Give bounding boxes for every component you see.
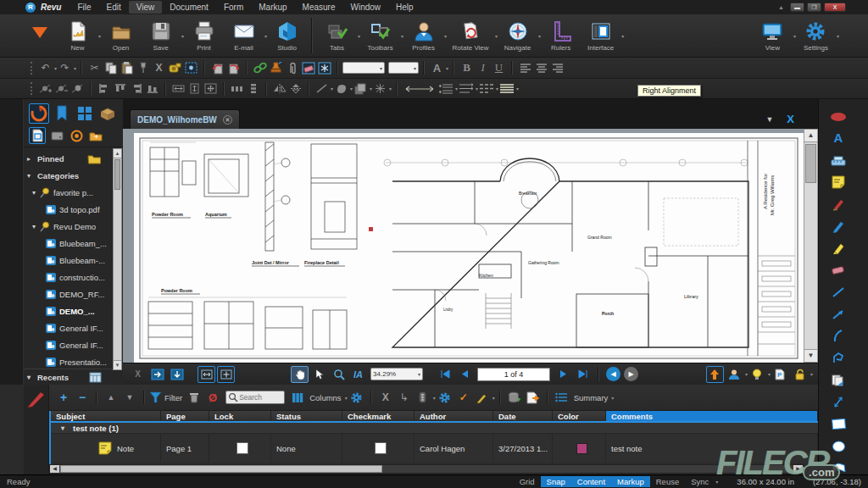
- toggle-sync[interactable]: Sync: [685, 476, 715, 487]
- zoom-tool-button[interactable]: [330, 366, 348, 383]
- sidebar-scrollbar[interactable]: ▲ ▼: [113, 148, 122, 370]
- list-tools-caret-icon[interactable]: ▾: [516, 86, 519, 92]
- navigate-button[interactable]: Navigate: [498, 19, 537, 52]
- search-input[interactable]: [239, 393, 283, 402]
- pen-tool[interactable]: [830, 196, 847, 212]
- hatch-caret-icon[interactable]: ▾: [389, 86, 392, 92]
- drives-subtab[interactable]: [48, 127, 65, 144]
- column-header-checkmark[interactable]: Checkmark: [342, 411, 415, 421]
- delete-button[interactable]: X: [152, 60, 166, 75]
- status-caret-icon[interactable]: ▾: [433, 395, 436, 401]
- menu-markup[interactable]: Markup: [251, 1, 294, 14]
- studio-button[interactable]: Studio: [267, 19, 307, 52]
- table-row[interactable]: Note Page 1 None Carol Hagen 3/27/2013 1…: [51, 434, 818, 463]
- layers-button[interactable]: [353, 81, 368, 97]
- delete-reply-button[interactable]: X: [378, 390, 393, 405]
- markups-list-tab-icon[interactable]: [27, 389, 46, 408]
- split-horizontal-button[interactable]: [168, 366, 186, 383]
- recent-files-subtab[interactable]: [29, 127, 46, 144]
- ellipse-tool[interactable]: [830, 438, 847, 454]
- menu-form[interactable]: Form: [216, 1, 251, 14]
- column-header-color[interactable]: Color: [553, 411, 606, 421]
- view-mode-button[interactable]: View: [753, 19, 793, 52]
- columns-label[interactable]: Columns: [309, 393, 342, 402]
- eraser-tool-button[interactable]: [301, 60, 315, 75]
- align-right-edges-button[interactable]: [129, 81, 143, 97]
- collapse-arrow-icon[interactable]: ▾: [29, 189, 39, 197]
- column-header-date[interactable]: Date: [493, 411, 553, 421]
- edit-markup-button[interactable]: [475, 390, 490, 405]
- flatten-button[interactable]: [317, 60, 331, 75]
- scroll-right-icon[interactable]: ▶: [793, 465, 803, 473]
- scroll-left-icon[interactable]: ◀: [50, 465, 59, 473]
- interface-button[interactable]: Interface: [581, 19, 620, 52]
- toggle-grid[interactable]: Grid: [514, 476, 541, 487]
- toggle-snap[interactable]: Snap: [541, 476, 571, 487]
- select-tool-button[interactable]: [310, 366, 328, 383]
- scrollbar-thumb[interactable]: [805, 144, 816, 183]
- collapse-arrow-icon[interactable]: ▾: [29, 223, 39, 230]
- flip-horizontal-button[interactable]: [272, 81, 287, 97]
- list-tools-button[interactable]: [499, 81, 515, 97]
- collapse-ribbon-icon[interactable]: ▲: [778, 4, 784, 10]
- checkmark-checkbox[interactable]: [375, 442, 387, 454]
- grid-list-button[interactable]: [479, 81, 494, 97]
- distribute-vertically-button[interactable]: [246, 81, 260, 97]
- forward-view-button[interactable]: ▶: [624, 367, 638, 381]
- clear-filter-button[interactable]: Ø: [205, 390, 220, 405]
- tab-close-icon[interactable]: ✕: [223, 115, 232, 125]
- menu-help[interactable]: Help: [388, 1, 421, 14]
- text-tool[interactable]: A: [830, 130, 847, 146]
- revu-flag-icon[interactable]: [32, 27, 47, 38]
- arc-tool[interactable]: [830, 328, 847, 344]
- toggle-content[interactable]: Content: [571, 476, 611, 487]
- profiles-button[interactable]: Profiles: [403, 19, 443, 52]
- save-button[interactable]: Save: [141, 19, 181, 52]
- scrollbar-thumb[interactable]: [114, 159, 120, 190]
- cut-button[interactable]: ✂: [87, 60, 102, 75]
- sets-tab[interactable]: [97, 103, 118, 124]
- toolbar-grip[interactable]: [31, 62, 33, 75]
- collapse-arrow-icon[interactable]: ▸: [24, 155, 34, 163]
- rotate-view-button[interactable]: Rotate View: [447, 19, 494, 52]
- highlighter-tool[interactable]: [830, 240, 847, 256]
- tab-list-caret-icon[interactable]: ▼: [765, 115, 773, 124]
- toolbar-grip[interactable]: [31, 82, 33, 95]
- menu-document[interactable]: Document: [162, 1, 216, 14]
- filter-funnel-icon[interactable]: [149, 391, 162, 403]
- delete-markup-button[interactable]: [186, 390, 202, 405]
- sidebar-item-demo-rf[interactable]: DEMO_RF...: [24, 286, 112, 302]
- rotate-left-button[interactable]: [210, 60, 225, 75]
- scroll-up-icon[interactable]: ▲: [804, 130, 817, 142]
- sidebar-item-construction[interactable]: constructio...: [24, 269, 112, 286]
- polyline-tool[interactable]: [830, 350, 847, 366]
- align-center-vertical-button[interactable]: [187, 81, 202, 97]
- panel-handle-icon[interactable]: [831, 113, 846, 121]
- restore-button[interactable]: ❐: [807, 3, 821, 12]
- eraser-tool[interactable]: [830, 262, 847, 278]
- sidebar-item-favorite[interactable]: ▾ favorite p...: [24, 184, 112, 201]
- page-indicator[interactable]: 1 of 4: [477, 368, 550, 381]
- email-button[interactable]: E-mail: [224, 19, 264, 52]
- last-page-button[interactable]: [574, 366, 592, 383]
- collapse-arrow-icon[interactable]: ▾: [24, 374, 34, 381]
- line-style-button[interactable]: [314, 81, 329, 97]
- close-document-icon[interactable]: X: [787, 113, 794, 125]
- layers-caret-icon[interactable]: ▾: [370, 86, 372, 92]
- summary-list-icon[interactable]: [554, 390, 570, 405]
- copy-button[interactable]: [103, 60, 118, 75]
- hatch-pattern-button[interactable]: [373, 81, 387, 97]
- menu-file[interactable]: File: [70, 1, 98, 14]
- sidebar-item-3dtopo[interactable]: 3d topo.pdf: [24, 201, 112, 218]
- length-measurement-button[interactable]: [403, 81, 437, 97]
- profile-caret-icon[interactable]: ▾: [745, 371, 748, 377]
- group-collapse-icon[interactable]: ▾: [58, 424, 68, 432]
- rotate-right-button[interactable]: [226, 60, 241, 75]
- folders-subtab[interactable]: [87, 127, 104, 144]
- document-vertical-scrollbar[interactable]: ▲ ▼: [804, 129, 818, 363]
- capture-button[interactable]: [184, 60, 198, 75]
- status-button[interactable]: [415, 390, 431, 405]
- table-group-row[interactable]: ▾ test note (1): [51, 423, 818, 434]
- snapshot-button[interactable]: [168, 60, 182, 75]
- align-text-left-button[interactable]: [518, 60, 532, 75]
